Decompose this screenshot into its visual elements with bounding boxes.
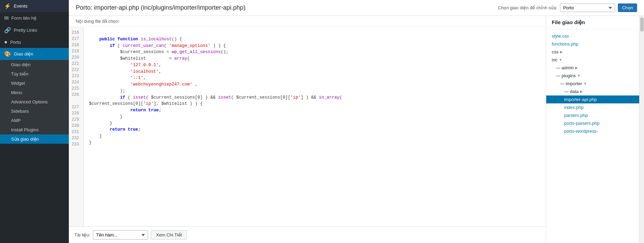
page-title: Porto: importer-api.php (inc/plugins/imp… bbox=[76, 4, 245, 11]
file-panel-header: File giao diện bbox=[546, 16, 639, 29]
chon-button[interactable]: Chọn bbox=[618, 3, 637, 12]
sidebar-sub-tuy-bien[interactable]: Tùy biến bbox=[0, 69, 69, 79]
sidebar-item-giao-dien[interactable]: 🎨 Giao diện bbox=[0, 48, 69, 60]
sidebar-item-label: Form liên hệ bbox=[11, 16, 36, 21]
chevron-down-icon-plugins: ▼ bbox=[577, 74, 581, 78]
sidebar-item-pretty-links[interactable]: 🔗 Pretty Links bbox=[0, 24, 69, 36]
scrollbar-thumb[interactable] bbox=[640, 18, 644, 31]
tree-item-importer-api-php[interactable]: importer-api.php bbox=[546, 95, 639, 103]
file-label: Nội dung file đã chọn: bbox=[69, 16, 546, 27]
top-bar: Porto: importer-api.php (inc/plugins/imp… bbox=[69, 0, 644, 16]
tree-item-index-php[interactable]: index.php bbox=[546, 103, 639, 111]
link-icon: 🔗 bbox=[4, 27, 11, 33]
theme-selector-label: Chọn giao diện để chỉnh sửa: bbox=[498, 5, 558, 10]
appearance-icon: 🎨 bbox=[4, 51, 11, 57]
theme-dropdown[interactable]: Porto bbox=[560, 3, 615, 12]
tree-item-functions-php[interactable]: functions.php bbox=[546, 40, 639, 48]
sidebar-item-form-lien-he[interactable]: ✉ Form liên hệ bbox=[0, 12, 69, 24]
sidebar-item-events[interactable]: ⚡ Events bbox=[0, 0, 69, 12]
sidebar-sub-amp[interactable]: AMP bbox=[0, 116, 69, 125]
mail-icon: ✉ bbox=[4, 15, 9, 21]
chevron-down-icon: ▼ bbox=[559, 58, 562, 62]
line-numbers: 216 217 218 219 220 221 222 223 224 225 … bbox=[69, 27, 84, 226]
file-tree: style.css functions.php css ▶ inc ▼ — ad… bbox=[546, 29, 639, 243]
sidebar-item-label: Porto bbox=[10, 40, 21, 45]
sidebar-item-porto[interactable]: ● Porto bbox=[0, 36, 69, 48]
sidebar-item-label: Pretty Links bbox=[14, 28, 37, 33]
sidebar: ⚡ Events ✉ Form liên hệ 🔗 Pretty Links ●… bbox=[0, 0, 69, 243]
editor-footer: Tài liệu: Tên hàm... Xem Chi Tiết bbox=[69, 226, 546, 243]
tree-folder-plugins[interactable]: — plugins ▼ bbox=[546, 72, 639, 80]
sidebar-sub-install-plugins[interactable]: Install Plugins bbox=[0, 125, 69, 134]
sidebar-sub-widget[interactable]: Widget bbox=[0, 79, 69, 88]
chevron-right-icon: ▶ bbox=[560, 50, 563, 54]
sidebar-sub-giao-dien[interactable]: Giao diện bbox=[0, 60, 69, 69]
tree-folder-data[interactable]: — data ▶ bbox=[546, 88, 639, 95]
tree-item-porto-wordpress[interactable]: porto-wordpress- bbox=[546, 127, 639, 135]
tree-folder-admin[interactable]: — admin ▶ bbox=[546, 64, 639, 72]
function-select[interactable]: Tên hàm... bbox=[93, 230, 148, 240]
footer-label: Tài liệu: bbox=[74, 232, 90, 237]
panel-scrollbar[interactable] bbox=[639, 16, 644, 243]
tree-item-porto-parsers-php[interactable]: porto-parsers.php bbox=[546, 119, 639, 127]
tree-folder-importer[interactable]: — importer ▼ bbox=[546, 80, 639, 88]
chevron-down-icon-importer: ▼ bbox=[583, 82, 587, 85]
chevron-right-icon-admin: ▶ bbox=[575, 66, 578, 70]
main-content: Porto: importer-api.php (inc/plugins/imp… bbox=[69, 0, 644, 243]
content-area: Nội dung file đã chọn: 216 217 218 219 2… bbox=[69, 16, 644, 243]
sidebar-item-label: Giao diện bbox=[14, 51, 33, 57]
tree-folder-css[interactable]: css ▶ bbox=[546, 48, 639, 56]
sidebar-sub-sidebars[interactable]: Sidebars bbox=[0, 107, 69, 116]
porto-icon: ● bbox=[4, 39, 8, 45]
code-lines[interactable]: public function is_localhost() { if ( cu… bbox=[84, 27, 546, 226]
file-panel: File giao diện style.css functions.php c… bbox=[546, 16, 639, 243]
tree-item-parsers-php[interactable]: parsers.php bbox=[546, 111, 639, 119]
xem-chi-tiet-button[interactable]: Xem Chi Tiết bbox=[151, 230, 187, 240]
sidebar-sub-menu[interactable]: Menu bbox=[0, 88, 69, 97]
tree-item-style-css[interactable]: style.css bbox=[546, 32, 639, 40]
sidebar-sub-sua-giao-dien[interactable]: Sửa giao diện bbox=[0, 134, 69, 144]
editor-panel: Nội dung file đã chọn: 216 217 218 219 2… bbox=[69, 16, 546, 243]
chevron-right-icon-data: ▶ bbox=[580, 90, 583, 93]
events-icon: ⚡ bbox=[4, 3, 11, 9]
sidebar-sub-advanced-options[interactable]: Advanced Options bbox=[0, 97, 69, 107]
code-editor: 216 217 218 219 220 221 222 223 224 225 … bbox=[69, 27, 546, 226]
sidebar-submenu-giao-dien: Giao diện Tùy biến Widget Menu Advanced … bbox=[0, 60, 69, 144]
sidebar-item-label: Events bbox=[14, 3, 28, 9]
tree-folder-inc[interactable]: inc ▼ bbox=[546, 56, 639, 64]
theme-selector: Chọn giao diện để chỉnh sửa: Porto Chọn bbox=[498, 3, 637, 12]
code-container[interactable]: 216 217 218 219 220 221 222 223 224 225 … bbox=[69, 27, 546, 226]
